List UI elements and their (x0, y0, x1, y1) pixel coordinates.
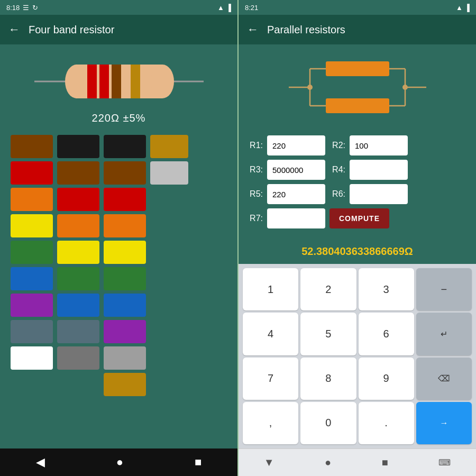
nav-bar-right: ▼ ● ■ ⌨ (239, 448, 476, 476)
input-row-r5r6: R5: R6: (247, 184, 468, 204)
swatch-red-3[interactable] (104, 188, 146, 211)
swatch-brown-3[interactable] (104, 161, 146, 185)
back-button-left[interactable]: ← (8, 23, 20, 36)
swatch-brown-2[interactable] (57, 161, 99, 185)
color-col-3 (104, 135, 146, 396)
svg-rect-8 (131, 65, 140, 98)
circuit-diagram (278, 53, 437, 122)
swatch-gray2-2[interactable] (57, 346, 99, 370)
label-r6: R6: (329, 189, 345, 199)
input-r2[interactable] (350, 135, 408, 155)
swatch-violet-3[interactable] (104, 320, 146, 343)
recents-nav-right[interactable]: ■ (382, 456, 388, 469)
swatch-gold-4[interactable] (150, 135, 188, 158)
key-8[interactable]: 8 (300, 358, 356, 400)
svg-rect-17 (326, 98, 389, 113)
input-r5[interactable] (267, 184, 325, 204)
key-minus[interactable]: − (416, 268, 472, 310)
swatch-black-3[interactable] (104, 135, 146, 158)
swatch-silver-3[interactable] (104, 346, 146, 370)
swatch-gray-2[interactable] (57, 320, 99, 343)
swatch-black-2[interactable] (57, 135, 99, 158)
recents-nav-icon[interactable]: ■ (195, 455, 202, 469)
swatch-brown-1[interactable] (11, 135, 53, 158)
label-r3: R3: (247, 165, 263, 175)
key-4[interactable]: 4 (243, 313, 298, 355)
home-nav-icon[interactable]: ● (116, 455, 123, 469)
key-5[interactable]: 5 (300, 313, 356, 355)
swatch-gold-3[interactable] (104, 373, 146, 396)
swatch-yellow-2[interactable] (57, 241, 99, 264)
signal-icon: ▲ (217, 4, 224, 12)
swatch-white-1[interactable] (11, 346, 53, 370)
key-6[interactable]: 6 (359, 313, 414, 355)
toolbar-right: ← Parallel resistors (239, 15, 476, 44)
status-right-left: ▲ ▐ (217, 4, 231, 12)
swatch-green-1[interactable] (11, 241, 53, 264)
key-backspace[interactable]: ⌫ (416, 358, 472, 400)
svg-rect-6 (99, 65, 109, 98)
home-nav-right[interactable]: ● (325, 456, 331, 469)
key-row-3: 7 8 9 ⌫ (243, 358, 472, 400)
swatch-violet-1[interactable] (11, 294, 53, 317)
back-button-right[interactable]: ← (247, 23, 259, 36)
swatch-yellow-1[interactable] (11, 214, 53, 237)
svg-point-21 (307, 85, 313, 90)
swatch-blue-1[interactable] (11, 267, 53, 290)
back-nav-icon[interactable]: ◀ (36, 455, 45, 469)
left-panel: 8:18 ☰ ↻ ▲ ▐ ← Four band resistor (0, 0, 237, 476)
input-r7[interactable] (267, 208, 325, 228)
signal-right: ▲ (456, 4, 463, 12)
resistor-value: 220Ω ±5% (92, 112, 146, 124)
status-bar-left: 8:18 ☰ ↻ ▲ ▐ (0, 0, 237, 15)
swatch-blue-3[interactable] (104, 294, 146, 317)
time-right: 8:21 (245, 4, 258, 12)
status-bar-right: 8:21 ▲ ▐ (239, 0, 476, 15)
key-2[interactable]: 2 (300, 268, 356, 310)
back-nav-right[interactable]: ▼ (264, 456, 274, 469)
keyboard-nav-icon[interactable]: ⌨ (438, 457, 451, 468)
page-title-right: Parallel resistors (267, 24, 345, 36)
key-row-2: 4 5 6 ↵ (243, 313, 472, 355)
label-r2: R2: (329, 141, 345, 150)
key-comma[interactable]: , (243, 402, 298, 444)
key-9[interactable]: 9 (359, 358, 414, 400)
swatch-green-3[interactable] (104, 267, 146, 290)
swatch-orange-2[interactable] (57, 214, 99, 237)
inputs-area: R1: R2: R3: R4: R5: R6: R7: COMPUTE (239, 130, 476, 241)
input-r6[interactable] (350, 184, 408, 204)
key-enter[interactable]: ↵ (416, 313, 472, 355)
svg-point-4 (151, 65, 174, 98)
swatch-silver-4[interactable] (150, 161, 188, 185)
input-r4[interactable] (350, 160, 408, 180)
color-col-2 (57, 135, 99, 396)
swatch-yellow-3[interactable] (104, 241, 146, 264)
svg-point-22 (402, 85, 408, 90)
swatch-orange-1[interactable] (11, 188, 53, 211)
key-1[interactable]: 1 (243, 268, 298, 310)
swatch-red-2[interactable] (57, 188, 99, 211)
result-value: 52.380403633866669Ω (301, 245, 413, 257)
input-r3[interactable] (267, 160, 325, 180)
compute-button[interactable]: COMPUTE (329, 208, 389, 228)
key-3[interactable]: 3 (359, 268, 414, 310)
swatch-gray-1[interactable] (11, 320, 53, 343)
swatch-blue-2[interactable] (57, 294, 99, 317)
label-r5: R5: (247, 189, 263, 199)
right-panel: 8:21 ▲ ▐ ← Parallel resistors (239, 0, 476, 476)
color-col-4 (150, 135, 188, 396)
label-r1: R1: (247, 141, 263, 150)
input-r1[interactable] (267, 135, 325, 155)
key-0[interactable]: 0 (300, 402, 356, 444)
result-area: 52.380403633866669Ω (239, 241, 476, 264)
swatch-orange-3[interactable] (104, 214, 146, 237)
key-next[interactable]: → (416, 402, 472, 444)
svg-rect-12 (326, 61, 389, 76)
swatch-red-1[interactable] (11, 161, 53, 185)
swatch-green-2[interactable] (57, 267, 99, 290)
color-col-1 (11, 135, 53, 396)
key-dot[interactable]: . (359, 402, 414, 444)
status-icons-right: ▲ ▐ (456, 4, 470, 12)
key-7[interactable]: 7 (243, 358, 298, 400)
battery-icon: ▐ (226, 4, 231, 12)
